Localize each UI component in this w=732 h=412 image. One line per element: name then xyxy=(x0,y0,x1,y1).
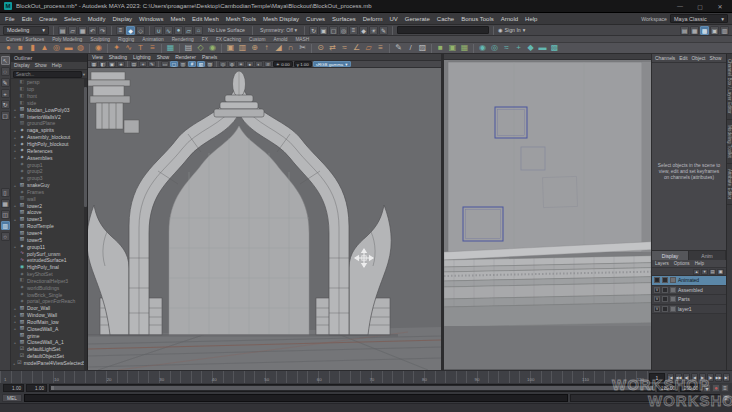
outliner-row[interactable]: + HighPoly_blockout xyxy=(11,141,87,148)
expand-toggle[interactable]: + xyxy=(13,135,17,140)
workspace-select[interactable]: Maya Classic ▾ xyxy=(670,14,728,23)
outliner-row[interactable]: RoofTemple xyxy=(11,223,87,230)
select-camera-icon[interactable]: ▦ xyxy=(90,61,98,67)
layer-color-swatch[interactable] xyxy=(670,296,676,302)
shelf-tab[interactable]: MASH xyxy=(295,37,309,42)
knife-icon[interactable]: / xyxy=(405,43,416,53)
hatch-icon[interactable]: ▨ xyxy=(417,43,428,53)
expand-toggle[interactable]: + xyxy=(13,361,15,366)
expand-toggle[interactable]: + xyxy=(13,217,17,222)
no-live-surface-label[interactable]: No Live Surface xyxy=(205,27,248,33)
save-scene-icon[interactable]: ▦ xyxy=(78,26,87,35)
viewport-menu-item[interactable]: Shading xyxy=(109,54,127,60)
go-to-start-button[interactable]: |◀ xyxy=(667,373,674,382)
toggle-channel-box-icon[interactable]: ▩ xyxy=(700,26,709,35)
render-current-frame-icon[interactable]: ▢ xyxy=(329,26,338,35)
multi-cut-icon[interactable]: ✂ xyxy=(297,43,308,53)
step-forward-frame-button[interactable]: |▶ xyxy=(707,373,714,382)
symmetry-select[interactable]: Symmetry: Off ▾ xyxy=(257,27,300,33)
outliner-menu-item[interactable]: Show xyxy=(35,63,47,68)
outliner-row[interactable]: + Door_Wall xyxy=(11,305,87,312)
outliner-row[interactable]: wall xyxy=(11,195,87,202)
screen-ao-icon[interactable]: ◐ xyxy=(255,61,263,67)
green-cube-c-icon[interactable]: ▦ xyxy=(459,43,470,53)
layer-color-swatch[interactable] xyxy=(670,287,676,293)
shelf-tab[interactable]: Rigging xyxy=(118,37,134,42)
grab-brush-icon[interactable]: + xyxy=(513,43,524,53)
snap-plane-icon[interactable]: ▱ xyxy=(184,26,193,35)
outliner-search-input[interactable]: Search... xyxy=(13,71,82,78)
maximize-button[interactable]: ▢ xyxy=(692,1,708,11)
viewport-menu-item[interactable]: Show xyxy=(157,54,170,60)
paint-select-tool-icon[interactable]: ✎ xyxy=(1,78,10,87)
outliner-menu-item[interactable]: Help xyxy=(52,63,62,68)
new-scene-icon[interactable]: ▤ xyxy=(58,26,67,35)
outliner-row[interactable]: + naga_spirits xyxy=(11,127,87,134)
cluster-icon[interactable]: ◇ xyxy=(195,43,206,53)
outliner-row[interactable]: + Assembly_blockout xyxy=(11,134,87,141)
safe-action-icon[interactable]: ▧ xyxy=(197,61,205,67)
menu-item[interactable]: Cache xyxy=(437,16,454,22)
construction-history-icon[interactable]: ↻ xyxy=(309,26,318,35)
poly-sphere-icon[interactable]: ● xyxy=(3,43,14,53)
range-handle-right[interactable] xyxy=(650,386,653,390)
shelf-tab[interactable]: Custom xyxy=(249,37,266,42)
extrude-icon[interactable]: ↑ xyxy=(261,43,272,53)
menu-item[interactable]: Modify xyxy=(88,16,106,22)
menu-item[interactable]: Mesh xyxy=(170,16,185,22)
image-plane-icon[interactable]: ▤ xyxy=(130,61,138,67)
outliner-row[interactable]: lowBrick_Single xyxy=(11,291,87,298)
poly-cylinder-icon[interactable]: ▮ xyxy=(27,43,38,53)
motion-blur-icon[interactable]: ≋ xyxy=(264,61,272,67)
target-weld-icon[interactable]: ⊙ xyxy=(315,43,326,53)
sculpt-brush-icon[interactable]: ◉ xyxy=(477,43,488,53)
view-transform-select[interactable]: sRGB gamma ▾ xyxy=(313,61,351,67)
isolate-select-icon[interactable]: ◎ xyxy=(219,61,227,67)
expand-toggle[interactable]: + xyxy=(13,148,17,153)
camera-attributes-icon[interactable]: ▣ xyxy=(108,61,116,67)
outliner-row[interactable]: tower5 xyxy=(11,236,87,243)
close-button[interactable]: ✕ xyxy=(712,1,728,11)
layer-editor-tab[interactable]: Display xyxy=(652,251,689,260)
shelf-tab[interactable]: Sculpting xyxy=(90,37,110,42)
poly-cube-icon[interactable]: ■ xyxy=(15,43,26,53)
relax-brush-icon[interactable]: ≈ xyxy=(501,43,512,53)
sidebar-vertical-tab[interactable]: Attribute Editor xyxy=(727,164,732,205)
sidebar-vertical-tab[interactable]: Modeling Toolkit xyxy=(727,120,732,164)
lock-camera-icon[interactable]: ◧ xyxy=(99,61,107,67)
layer-editor-tab[interactable]: Anim xyxy=(689,251,726,260)
select-hierarchy-icon[interactable]: ≡ xyxy=(116,26,125,35)
viewport-menu-item[interactable]: Lighting xyxy=(133,54,151,60)
boolean-icon[interactable]: ⊕ xyxy=(249,43,260,53)
bookmarks-icon[interactable]: ★ xyxy=(117,61,125,67)
safe-title-icon[interactable]: ▨ xyxy=(206,61,214,67)
bevel-icon[interactable]: ◢ xyxy=(273,43,284,53)
menu-item[interactable]: Generate xyxy=(405,16,430,22)
outliner-scrollbar[interactable] xyxy=(84,79,87,370)
expand-toggle[interactable]: + xyxy=(13,183,17,188)
toggle-attribute-editor-icon[interactable]: ▤ xyxy=(680,26,689,35)
viewport-canvas[interactable] xyxy=(88,68,441,370)
expand-toggle[interactable]: + xyxy=(13,319,17,324)
sidebar-vertical-tab[interactable]: Channel Box / Layer Editor xyxy=(727,54,732,120)
outliner-row[interactable]: + InteriorWallsV2 xyxy=(11,113,87,120)
toggle-outliner-icon[interactable]: ▥ xyxy=(720,26,729,35)
expand-toggle[interactable]: + xyxy=(13,107,17,112)
go-to-end-button[interactable]: ▶| xyxy=(723,373,730,382)
crease-icon[interactable]: ∠ xyxy=(351,43,362,53)
menu-item[interactable]: Help xyxy=(525,16,537,22)
outliner-row[interactable]: group1 xyxy=(11,161,87,168)
sign-in-button[interactable]: ◉ Sign In ▾ xyxy=(498,27,525,33)
layer-color-swatch[interactable] xyxy=(670,277,676,283)
outliner-row[interactable]: + Assemblies xyxy=(11,154,87,161)
pencil-curve-icon[interactable]: ∿ xyxy=(123,43,134,53)
move-tool-icon[interactable]: + xyxy=(1,89,10,98)
shelf-tab[interactable]: Rendering xyxy=(172,37,194,42)
film-gate-icon[interactable]: ▭ xyxy=(161,61,169,67)
menu-item[interactable]: Mesh Display xyxy=(263,16,299,22)
pinch-brush-icon[interactable]: ◆ xyxy=(525,43,536,53)
menu-item[interactable]: Create xyxy=(39,16,57,22)
outliner-row[interactable]: + References xyxy=(11,147,87,154)
hypershade-icon[interactable]: ◆ xyxy=(359,26,368,35)
step-back-frame-button[interactable]: ◀| xyxy=(683,373,690,382)
